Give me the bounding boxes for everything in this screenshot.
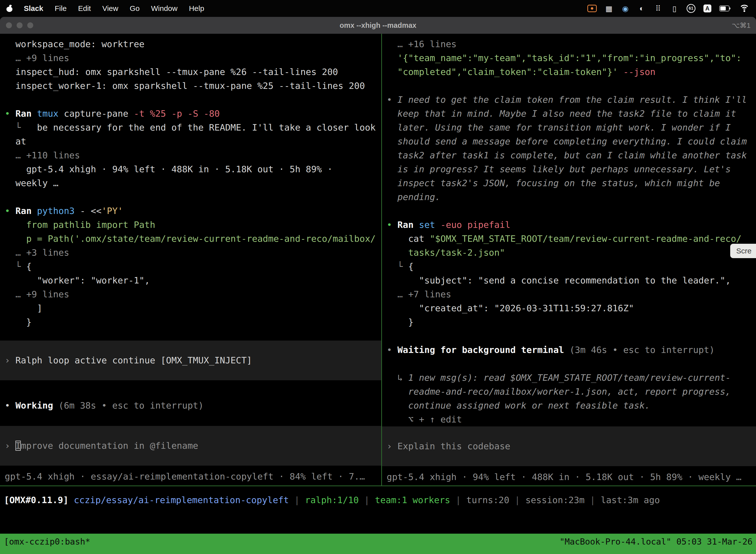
tmux-host-clock: "MacBook-Pro-44.local" 05:03 31-Mar-26 — [560, 537, 753, 554]
terminal-line: pending. — [387, 190, 756, 204]
terminal-line: › Explain this codebase — [387, 439, 756, 453]
terminal-line: '{"team_name":"my-team","task_id":"1","f… — [387, 51, 756, 65]
menu-bar: Slack FileEditViewGoWindowHelp ▦ ◉ ◐ ⠿ ▯… — [0, 0, 756, 17]
terminal-line: cat "$OMX_TEAM_STATE_ROOT/team/review-cu… — [387, 232, 756, 246]
omx-status-line: [OMX#0.11.9] cczip/essay/ai-reimplementa… — [0, 486, 756, 534]
terminal-line — [5, 93, 381, 107]
terminal-line: ⌥ + ↑ edit — [387, 412, 756, 427]
tmux-session-label: [omx-cczip0:bash* — [4, 537, 90, 554]
terminal-line: is in progress? It seems likely but perh… — [387, 162, 756, 176]
zoom-button[interactable] — [27, 22, 33, 28]
terminal-line: inspect_hud: omx sparkshell --tmux-pane … — [5, 65, 381, 79]
battery-icon[interactable] — [719, 5, 731, 11]
terminal-line: should send a message before completing … — [387, 134, 756, 149]
terminal-line: p = Path('.omx/state/team/review-current… — [5, 232, 381, 246]
terminal-line: • Ran set -euo pipefail — [387, 218, 756, 232]
menu-item-edit[interactable]: Edit — [78, 4, 91, 13]
input-source-icon[interactable]: A — [703, 4, 711, 12]
terminal-line: … +7 lines — [387, 287, 756, 301]
terminal-line: readme-and-reco/mailbox/worker-1.json, a… — [387, 385, 756, 399]
terminal-line: gpt-5.4 xhigh · 94% left · 488K in · 5.1… — [387, 470, 756, 484]
terminal-line: └ { — [5, 260, 381, 274]
terminal-line: "created_at": "2026-03-31T11:59:27.816Z" — [387, 301, 756, 315]
dots-grid-icon[interactable]: ⠿ — [654, 4, 662, 13]
terminal-line: } — [387, 315, 756, 329]
terminal-line: inspect task2's JSON, focusing on the st… — [387, 176, 756, 190]
terminal-line — [387, 357, 756, 371]
terminal-line: gpt-5.4 xhigh · essay/ai-reimplementatio… — [5, 469, 381, 484]
terminal-window: omx --xhigh --madmax ⌥⌘1 workspace_mode:… — [0, 17, 756, 554]
terminal-line: [OMX#0.11.9] cczip/essay/ai-reimplementa… — [4, 493, 756, 507]
water-drop-icon[interactable]: ◉ — [621, 4, 630, 13]
terminal-line — [5, 190, 381, 204]
terminal-line: • Ran tmux capture-pane -t %25 -p -S -80 — [5, 107, 381, 121]
battery-percent-badge[interactable]: 61 — [687, 4, 695, 13]
working-status: • Working (6m 38s • esc to interrupt) — [5, 399, 381, 412]
terminal-line: ↳ 1 new msg(s): read $OMX_TEAM_STATE_ROO… — [387, 371, 756, 385]
terminal-line: continue assigned work or next feasible … — [387, 399, 756, 412]
keyboard-icon[interactable]: ▦ — [605, 4, 613, 13]
terminal-line: "worker": "worker-1", — [5, 274, 381, 287]
terminal-line: … +110 lines — [5, 149, 381, 162]
menu-item-help[interactable]: Help — [189, 4, 204, 13]
terminal-line: ] — [5, 301, 381, 315]
terminal-line — [387, 79, 756, 93]
terminal-line: … +16 lines — [387, 37, 756, 51]
menu-item-file[interactable]: File — [55, 4, 66, 13]
left-terminal-pane[interactable]: workspace_mode: worktree … +9 lines insp… — [0, 34, 381, 486]
terminal-line: › Ralph loop active continue [OMX_TMUX_I… — [5, 353, 381, 367]
iphone-mirroring-icon[interactable]: ▯ — [670, 4, 679, 13]
terminal-line: … +9 lines — [5, 51, 381, 65]
menu-items: FileEditViewGoWindowHelp — [55, 4, 204, 13]
terminal-line: • I need to get the claim token from the… — [387, 93, 756, 107]
menu-item-window[interactable]: Window — [151, 4, 178, 13]
terminal-line: └ { — [387, 260, 756, 274]
terminal-line: weekly … — [5, 176, 381, 190]
apple-menu-icon[interactable] — [6, 5, 12, 12]
menu-item-go[interactable]: Go — [130, 4, 140, 13]
left-pane-footer: gpt-5.4 xhigh · essay/ai-reimplementatio… — [5, 469, 381, 484]
wifi-icon[interactable] — [739, 5, 750, 12]
terminal-line: at — [5, 134, 381, 149]
terminal-line: › Improve documentation in @filename — [5, 439, 381, 453]
terminal-line: keep that in mind. Maybe I also need the… — [387, 107, 756, 121]
terminal-line: gpt-5.4 xhigh · 94% left · 488K in · 5.1… — [5, 162, 381, 176]
terminal-line: from pathlib import Path — [5, 218, 381, 232]
contrast-circle-icon[interactable]: ◐ — [637, 4, 646, 13]
terminal-line: └ be necessary for the end of the README… — [5, 121, 381, 134]
composer-input-left[interactable]: › Improve documentation in @filename — [0, 426, 381, 466]
terminal-line — [387, 204, 756, 218]
terminal-line: • Waiting for background terminal (3m 46… — [387, 343, 756, 357]
left-scrollback: workspace_mode: worktree … +9 lines insp… — [5, 37, 381, 329]
screenshot-tooltip[interactable]: Scre — [730, 244, 756, 258]
close-button[interactable] — [6, 22, 12, 28]
right-scrollback: … +16 lines '{"team_name":"my-team","tas… — [387, 37, 756, 427]
menu-item-view[interactable]: View — [102, 4, 118, 13]
terminal-line: • Working (6m 38s • esc to interrupt) — [5, 399, 381, 412]
screen-recording-indicator-icon[interactable] — [587, 5, 597, 12]
screen: Slack FileEditViewGoWindowHelp ▦ ◉ ◐ ⠿ ▯… — [0, 0, 756, 554]
window-shortcut-hint: ⌥⌘1 — [732, 21, 756, 30]
right-terminal-pane[interactable]: … +16 lines '{"team_name":"my-team","tas… — [382, 34, 756, 486]
terminal-line: workspace_mode: worktree — [5, 37, 381, 51]
window-titlebar[interactable]: omx --xhigh --madmax ⌥⌘1 — [0, 17, 756, 34]
terminal-content: workspace_mode: worktree … +9 lines insp… — [0, 34, 756, 486]
terminal-line: tasks/task-2.json" — [387, 246, 756, 260]
traffic-lights — [0, 22, 33, 28]
terminal-line: later. Using the same for transition mig… — [387, 121, 756, 134]
minimize-button[interactable] — [17, 22, 22, 28]
terminal-line: "completed","claim_token":"claim-token"}… — [387, 65, 756, 79]
right-pane-footer: gpt-5.4 xhigh · 94% left · 488K in · 5.1… — [387, 470, 756, 484]
composer-input-right[interactable]: › Explain this codebase — [382, 427, 756, 466]
terminal-line: … +9 lines — [5, 287, 381, 301]
menu-status-icons: ▦ ◉ ◐ ⠿ ▯ 61 A — [587, 4, 750, 13]
terminal-line: task2 after task1 is complete, but can I… — [387, 149, 756, 162]
terminal-line: "subject": "send a concise recommendatio… — [387, 274, 756, 287]
terminal-line — [387, 329, 756, 343]
terminal-line: inspect_worker-1: omx sparkshell --tmux-… — [5, 79, 381, 93]
terminal-line: … +3 lines — [5, 246, 381, 260]
terminal-line: } — [5, 315, 381, 329]
tmux-status-bar: [omx-cczip0:bash* "MacBook-Pro-44.local"… — [0, 534, 756, 554]
menu-app-name[interactable]: Slack — [24, 4, 43, 13]
terminal-line: • Ran python3 - <<'PY' — [5, 204, 381, 218]
